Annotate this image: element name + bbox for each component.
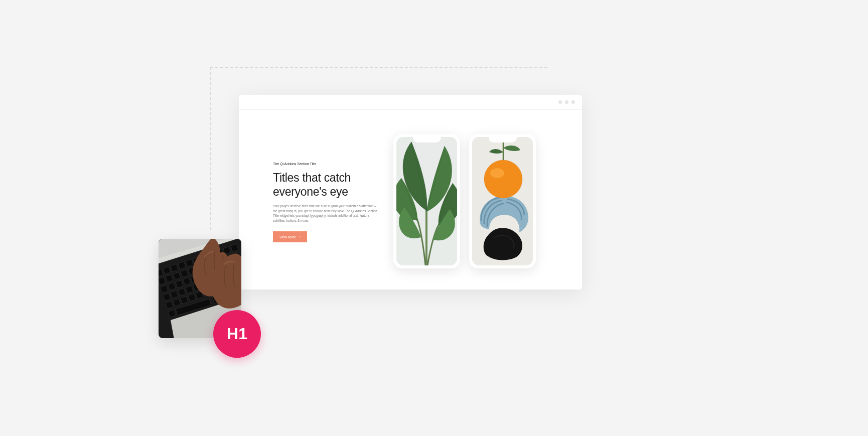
section-title: Titles that catch everyone's eye	[273, 171, 378, 199]
view-more-button[interactable]: View More ›	[273, 231, 307, 242]
phone-screen-plant	[396, 137, 457, 265]
browser-mockup-window: The Qi Addons Section Title Titles that …	[239, 95, 582, 289]
text-content-column: The Qi Addons Section Title Titles that …	[273, 157, 378, 243]
window-control-dot	[558, 100, 562, 104]
keyboard-thumbnail-card: H1	[159, 239, 241, 338]
svg-point-4	[490, 168, 504, 178]
phone-notch	[413, 137, 441, 142]
phone-mockups-row	[393, 131, 536, 268]
phone-mockup-right	[469, 134, 536, 268]
chevron-right-icon: ›	[299, 235, 301, 239]
phone-screen-sculpture	[472, 137, 533, 265]
browser-title-bar	[239, 95, 582, 110]
window-control-dot	[565, 100, 568, 104]
section-description: Your pages deserve titles that are sure …	[273, 204, 378, 223]
phone-mockup-left	[393, 134, 460, 268]
section-subtitle: The Qi Addons Section Title	[273, 162, 378, 166]
phone-notch	[489, 137, 517, 142]
button-label: View More	[279, 235, 296, 239]
plant-illustration	[396, 137, 457, 265]
browser-content-area: The Qi Addons Section Title Titles that …	[239, 110, 582, 289]
sculpture-illustration	[472, 137, 533, 265]
h1-badge-label: H1	[227, 325, 247, 343]
h1-badge: H1	[213, 310, 261, 358]
window-control-dot	[571, 100, 575, 104]
